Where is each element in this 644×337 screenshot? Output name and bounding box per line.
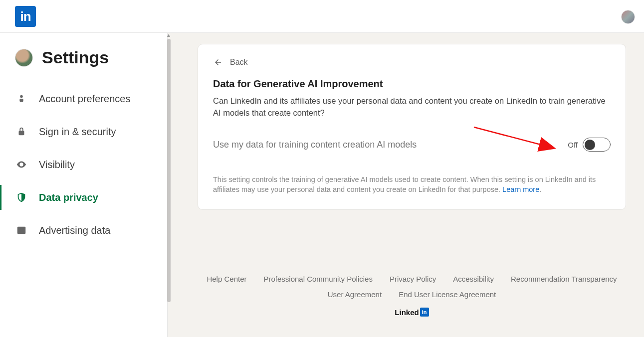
- sidebar-item-account-preferences[interactable]: Account preferences: [0, 82, 167, 115]
- footer-link-privacy-policy[interactable]: Privacy Policy: [390, 275, 436, 283]
- card-heading: Data for Generative AI Improvement: [213, 78, 611, 90]
- svg-rect-6: [22, 228, 24, 229]
- svg-rect-1: [19, 99, 23, 102]
- person-icon: [15, 92, 28, 105]
- sidebar-nav: Account preferences Sign in & security V…: [0, 82, 167, 247]
- back-button[interactable]: Back: [213, 57, 611, 67]
- svg-rect-4: [19, 228, 22, 230]
- fine-print: This setting controls the training of ge…: [213, 174, 611, 194]
- lock-icon: [15, 125, 28, 138]
- eye-icon: [15, 158, 28, 171]
- back-label: Back: [230, 58, 248, 67]
- sidebar-item-label: Data privacy: [39, 191, 98, 203]
- footer-link-user-agreement[interactable]: User Agreement: [328, 290, 382, 299]
- scroll-up-arrow-icon: ▲: [166, 33, 171, 38]
- toggle-knob: [585, 140, 595, 150]
- svg-point-0: [20, 95, 23, 98]
- sidebar-header: Settings: [0, 33, 167, 82]
- ai-training-toggle[interactable]: [583, 138, 611, 152]
- svg-rect-7: [22, 230, 24, 230]
- footer-brand-in-badge: in: [420, 308, 429, 317]
- sidebar-item-label: Advertising data: [39, 224, 110, 236]
- footer-links-row2: User Agreement End User License Agreemen…: [198, 290, 626, 299]
- learn-more-link[interactable]: Learn more: [502, 185, 539, 193]
- fine-print-suffix: .: [539, 185, 541, 193]
- arrow-left-icon: [213, 57, 223, 67]
- toggle-state-text: Off: [568, 141, 578, 149]
- main-content: Back Data for Generative AI Improvement …: [168, 33, 644, 337]
- linkedin-logo[interactable]: in: [15, 6, 36, 27]
- linkedin-logo-text: in: [20, 9, 30, 24]
- footer-brand: Linkedin: [198, 308, 626, 317]
- body: Settings Account preferences Sign in & s…: [0, 33, 644, 337]
- footer-brand-linked: Linked: [395, 308, 419, 317]
- settings-card: Back Data for Generative AI Improvement …: [198, 44, 626, 210]
- sidebar-item-visibility[interactable]: Visibility: [0, 148, 167, 181]
- shield-icon: [15, 191, 28, 204]
- footer-link-accessibility[interactable]: Accessibility: [453, 275, 494, 283]
- toggle-label: Use my data for training content creatio…: [213, 140, 417, 150]
- sidebar-item-sign-in-security[interactable]: Sign in & security: [0, 115, 167, 148]
- toggle-row: Use my data for training content creatio…: [213, 138, 611, 152]
- sidebar-item-label: Visibility: [39, 159, 75, 170]
- toggle-control-group: Off: [568, 138, 611, 152]
- sidebar-item-label: Account preferences: [39, 93, 130, 105]
- sidebar-title: Settings: [42, 48, 109, 67]
- sidebar-avatar[interactable]: [15, 49, 33, 67]
- footer-link-recommendation-transparency[interactable]: Recommendation Transparency: [511, 275, 617, 283]
- svg-rect-2: [19, 131, 24, 135]
- sidebar-item-label: Sign in & security: [39, 126, 116, 138]
- svg-rect-5: [19, 231, 24, 232]
- newspaper-icon: [15, 224, 28, 237]
- scrollbar-thumb[interactable]: [167, 39, 171, 302]
- global-header: in: [0, 0, 644, 33]
- sidebar: Settings Account preferences Sign in & s…: [0, 33, 168, 337]
- header-avatar[interactable]: [621, 10, 635, 24]
- footer-link-community-policies[interactable]: Professional Community Policies: [263, 275, 372, 283]
- footer-link-eula[interactable]: End User License Agreement: [399, 290, 496, 299]
- card-description: Can LinkedIn and its affiliates use your…: [213, 95, 607, 119]
- footer-link-help-center[interactable]: Help Center: [207, 275, 246, 283]
- footer-links-row1: Help Center Professional Community Polic…: [198, 275, 626, 283]
- sidebar-item-data-privacy[interactable]: Data privacy: [0, 181, 167, 214]
- sidebar-scrollbar[interactable]: ▲: [166, 33, 171, 337]
- footer: Help Center Professional Community Polic…: [198, 275, 626, 317]
- sidebar-item-advertising-data[interactable]: Advertising data: [0, 214, 167, 247]
